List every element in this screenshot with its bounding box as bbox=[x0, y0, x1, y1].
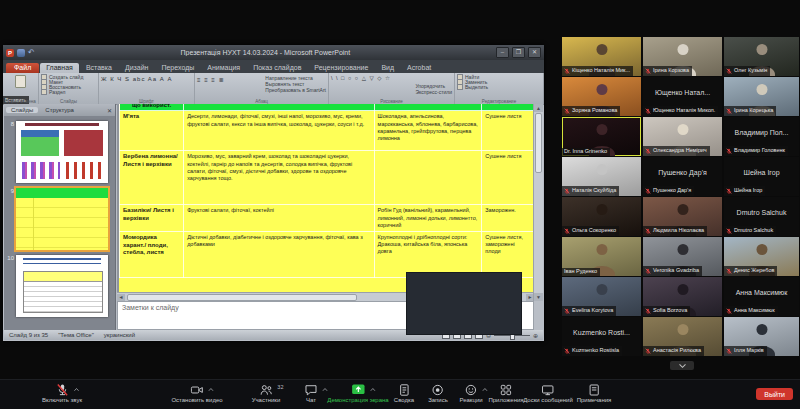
mic-muted-icon bbox=[726, 148, 732, 155]
tab-переходы[interactable]: Переходы bbox=[155, 63, 200, 73]
tab-file[interactable]: Файл bbox=[6, 63, 39, 73]
toolbar-participants-button[interactable]: 32Участники bbox=[252, 383, 281, 404]
pane-close-icon[interactable]: ✕ bbox=[107, 107, 112, 114]
thumb-decor bbox=[64, 130, 104, 156]
mic-muted-icon bbox=[564, 348, 570, 355]
participant-tile[interactable]: Dmutro SalchukDmutro Salchuk bbox=[724, 197, 799, 236]
participant-name-label: Кіщенко Наталія Мик... bbox=[562, 66, 633, 76]
participant-name: Пушенко Дар'я bbox=[653, 188, 691, 194]
status-language[interactable]: украинский bbox=[104, 332, 135, 338]
participant-tile[interactable]: Кіщенко Наталія Мик... bbox=[562, 37, 641, 76]
toolbar-reactions-button[interactable]: Реакции bbox=[459, 383, 482, 404]
scroll-down-icon[interactable]: ▼ bbox=[534, 293, 543, 301]
paste-icon[interactable] bbox=[15, 75, 26, 88]
participant-tile[interactable]: Sofia Borzova bbox=[643, 277, 722, 316]
close-button[interactable]: ✕ bbox=[528, 47, 541, 58]
participant-tile[interactable]: Іван Руденко bbox=[562, 237, 641, 276]
chevron-up-icon[interactable] bbox=[207, 387, 214, 392]
chevron-up-icon[interactable] bbox=[72, 387, 79, 392]
pane-tab-outline[interactable]: Структура bbox=[40, 107, 78, 113]
toolbar-share-screen-button[interactable]: Демонстрация экрана bbox=[327, 383, 388, 404]
participant-tile[interactable]: Зоряна Романова bbox=[562, 77, 641, 116]
caret-menu[interactable] bbox=[369, 387, 376, 394]
participant-tile[interactable]: Kuzmenko Rosti...Kuzmenko Rostisla bbox=[562, 317, 641, 356]
participant-tile[interactable]: Ілля Марків bbox=[724, 317, 799, 356]
participant-video-silhouette bbox=[596, 44, 607, 55]
zoom-in-icon[interactable]: ⊕ bbox=[533, 332, 538, 339]
toolbar-summary-button[interactable]: Сводка bbox=[394, 383, 414, 404]
scrollbar-thumb[interactable] bbox=[127, 294, 357, 301]
participant-display-name: Ющенко Натал... bbox=[643, 77, 722, 108]
participant-tile[interactable]: Анна МаксимюкАнна Максимюк bbox=[724, 277, 799, 316]
powerpoint-title-bar[interactable]: P ↶ Презентація НУХТ 14.03.2024 - Micros… bbox=[3, 45, 544, 60]
undo-icon[interactable]: ↶ bbox=[28, 49, 35, 57]
toolbar-apps-button[interactable]: Приложения bbox=[488, 383, 523, 404]
toolbar-notes-button[interactable]: Примечания bbox=[577, 383, 612, 404]
tab-acrobat[interactable]: Acrobat bbox=[401, 63, 437, 73]
toolbar-chat-button[interactable]: Чат bbox=[305, 383, 318, 404]
quick-styles-button[interactable]: Экспресс-стили bbox=[415, 89, 452, 95]
caret-menu[interactable] bbox=[72, 387, 79, 394]
participant-tile[interactable]: Veronika Gvadziba bbox=[643, 237, 722, 276]
participant-tile[interactable]: Пушенко Дар'яПушенко Дар'я bbox=[643, 157, 722, 196]
tab-вставка[interactable]: Вставка bbox=[80, 63, 118, 73]
participant-tile[interactable]: Ірина Корецька bbox=[724, 77, 799, 116]
scroll-up-icon[interactable]: ▲ bbox=[534, 104, 543, 112]
toolbar-whiteboard-button[interactable]: Доски сообщений bbox=[523, 383, 573, 404]
tab-главная[interactable]: Главная bbox=[40, 63, 79, 73]
minimize-button[interactable]: – bbox=[496, 47, 509, 58]
participant-tile[interactable]: Evelina Korytova bbox=[562, 277, 641, 316]
section-button[interactable]: Раздел bbox=[41, 89, 96, 94]
participant-name-label: Kuzmenko Rostisla bbox=[562, 346, 622, 356]
leave-meeting-button[interactable]: Выйти bbox=[756, 388, 793, 400]
restore-button[interactable]: ❐ bbox=[512, 47, 525, 58]
participant-tile[interactable]: Наталія Скуйбіда bbox=[562, 157, 641, 196]
ribbon-group-font: Ж К Ч S abc Aa А А Шрифт bbox=[99, 73, 195, 104]
slide-thumbnail-9-selected[interactable] bbox=[16, 188, 108, 250]
tab-вид[interactable]: Вид bbox=[375, 63, 400, 73]
participant-tile[interactable]: Ющенко Натал...Ющенко Наталія Микол. bbox=[643, 77, 722, 116]
slide-thumbnail-8[interactable] bbox=[16, 121, 108, 183]
tab-дизайн[interactable]: Дизайн bbox=[119, 63, 155, 73]
participant-tile[interactable]: Шейна ІгорШейна Ігор bbox=[724, 157, 799, 196]
caret-menu[interactable] bbox=[207, 387, 214, 394]
toolbar-record-button[interactable]: Запись bbox=[428, 383, 448, 404]
scroll-left-icon[interactable]: ◄ bbox=[117, 294, 125, 301]
mic-muted-icon bbox=[564, 108, 570, 115]
font-format-buttons[interactable]: Ж К Ч S abc Aa А А bbox=[101, 76, 192, 82]
participant-tile[interactable]: Dr. Inna Grinenko bbox=[562, 117, 641, 156]
participant-name-label: Денис Жеребов bbox=[724, 266, 777, 276]
table-row: М'ятаДесерти, лимонади, фіточаї, смузі, … bbox=[120, 111, 534, 151]
tab-показ слайдов[interactable]: Показ слайдов bbox=[247, 63, 307, 73]
participant-tile[interactable]: Олег Кузьмін bbox=[724, 37, 799, 76]
vertical-scrollbar[interactable]: ▲ ▼ bbox=[533, 104, 543, 301]
chevron-up-icon[interactable] bbox=[482, 387, 489, 392]
participant-name-label: Dmutro Salchuk bbox=[724, 226, 776, 236]
participant-name-label: Іван Руденко bbox=[562, 268, 600, 277]
slide-editor[interactable]: культура, частина, що використ.використа… bbox=[117, 104, 534, 292]
tab-рецензирование[interactable]: Рецензирование bbox=[308, 63, 374, 73]
more-participants-button[interactable] bbox=[670, 361, 694, 370]
mic-muted-icon bbox=[726, 308, 732, 315]
scrollbar-thumb[interactable] bbox=[535, 113, 542, 173]
participant-tile[interactable]: Денис Жеребов bbox=[724, 237, 799, 276]
participant-tile[interactable]: Олександра Немірич bbox=[643, 117, 722, 156]
shapes-gallery[interactable]: \ \ □ ○ ○ △ ▽ ◇ ☆ bbox=[331, 75, 452, 81]
tab-анимация[interactable]: Анимация bbox=[201, 63, 246, 73]
table-header-cell: зберігання bbox=[482, 104, 534, 111]
participant-tile[interactable]: Ірина Корзова bbox=[643, 37, 722, 76]
participant-tile[interactable]: Людмила Ніколаєва bbox=[643, 197, 722, 236]
participant-tile[interactable]: Ольга Сокоренко bbox=[562, 197, 641, 236]
chevron-up-icon[interactable] bbox=[369, 387, 376, 392]
toolbar-mic-muted-button[interactable]: Включить звук bbox=[42, 383, 82, 404]
save-icon[interactable] bbox=[17, 49, 25, 57]
participant-tile[interactable]: Владимир Пол...Владимир Головенк bbox=[724, 117, 799, 156]
caret-menu[interactable] bbox=[482, 387, 489, 394]
select-button[interactable]: Выделить bbox=[457, 84, 541, 89]
smartart-button[interactable]: Преобразовать в SmartArt bbox=[265, 87, 326, 93]
participant-name: Владимир Головенк bbox=[734, 148, 785, 154]
pane-tab-slides[interactable]: Слайды bbox=[6, 107, 38, 113]
toolbar-camera-button[interactable]: Остановить видео bbox=[171, 383, 222, 404]
slide-thumbnail-10[interactable] bbox=[16, 255, 108, 317]
participant-tile[interactable]: Анастасія Рилєєва bbox=[643, 317, 722, 356]
